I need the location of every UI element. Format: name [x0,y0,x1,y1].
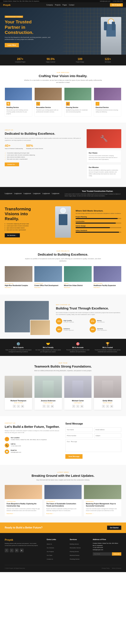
about-stat-years-num: 40+ [5,144,23,148]
footer-services-col: Services Building Service Renovation Ser… [70,538,89,561]
services-title: Crafting Your Vision into Reality. [5,74,121,78]
project-link-highrise[interactable]: Read More → [5,287,32,288]
metric-money-sub: Cost effective [97,321,105,323]
team-socials-jessica: f t in [36,405,60,408]
social-li-michael[interactable]: in [80,405,84,408]
nav-link-company[interactable]: Company [46,4,53,6]
blog-body-1: Construction From Blueprint to Reality: … [5,499,42,516]
footer-subscribe-button[interactable]: Subscribe [112,552,121,556]
blog-card-2[interactable]: Sustainability The Future of Sustainable… [44,485,82,516]
social-li-jessica[interactable]: in [51,405,54,408]
service-desc-electrical: Professional electrical services ensurin… [96,109,119,113]
stat-completed-number: 287+ [15,58,25,61]
mission-text: We are committed to delivering superior … [89,169,119,177]
topbar-address: Creative District, Global Tour 36e, 900 … [3,0,39,2]
social-tw-emily[interactable]: t [106,405,109,408]
blog-more-2[interactable]: Read More → [46,513,80,514]
blog-section: Latest News Breaking Ground with the Lat… [0,465,126,522]
footer-privacy-link[interactable]: Privacy Policy [102,568,110,569]
contact-email-text: hello@proyek.com [11,451,21,453]
nav-link-projects[interactable]: Projects [55,4,60,6]
form-name-input[interactable] [65,428,93,432]
projects-section: Our Projects Dedicated to Building Excel… [0,244,126,294]
service-card-flooring[interactable]: 🪵 Flooring Service Quality flooring solu… [64,88,92,116]
project-name-highrise: High-Rise Residential Complex [5,285,32,286]
footer-services-list: Building Service Renovation Service Floo… [70,542,89,560]
social-tw-michael[interactable]: t [76,405,79,408]
services-description: Whether it's a new build or a renovation… [24,79,102,84]
nav-link-contact[interactable]: Contact [69,4,74,6]
nav-cta-button[interactable]: Get A Quote [110,3,123,6]
cta-list-2: Lorem ipsum dolor sit amet consectetur [5,225,50,227]
stat-awards-label: Win Award [105,61,111,63]
skill-planning: Project Planning [76,216,121,219]
nav-link-pages[interactable]: Pages [62,4,67,6]
project-card-healthcare[interactable]: Healthcare Healthcare Facility Expansion… [94,266,121,288]
social-li-richard[interactable]: in [21,405,24,408]
hero-cta-button[interactable]: Learn More [5,43,19,47]
vision-text: To be the most trusted construction comp… [89,155,119,160]
social-tw-jessica[interactable]: t [47,405,50,408]
cta-worker [55,206,71,238]
footer-cta-button[interactable]: Get Started [107,526,121,530]
skill-design-bar [76,227,121,228]
blog-card-1[interactable]: Construction From Blueprint to Reality: … [5,485,42,516]
topbar-email: hello@proyek.com [100,0,110,2]
form-email-input[interactable] [94,428,121,432]
services-subtitle: Our Services [5,72,121,73]
footer-service-flooring: Flooring Service [70,550,89,553]
whyus-metrics: 97% High Quality Premium materials 87% M… [56,318,121,332]
blog-title-3: Mastering Project Management: Keys to Su… [86,503,119,507]
about-cta-button[interactable]: Contact Us → [5,162,19,166]
service-card-electrical[interactable]: ⚡ Electrical Service Professional electr… [94,88,121,116]
skill-planning-bar [76,218,121,219]
footer-social-tw[interactable]: t [10,548,14,552]
team-body-jessica: Jessica Anderson Project Manager f t in [34,398,62,410]
social-li-emily[interactable]: in [110,405,113,408]
project-link-healthcare[interactable]: Read More → [94,287,121,288]
cta-title: Transforming Visions into Reality. [5,206,50,221]
worker-head [60,208,66,213]
project-card-office[interactable]: Commercial Crown Office Park Development… [34,266,62,288]
footer-social-ig[interactable]: in [15,548,19,552]
form-phone-input[interactable] [65,434,93,438]
contact-phone-label: Call Us [11,443,21,445]
footer-terms-link[interactable]: Terms of Service [112,568,121,569]
project-tag-urban: Urban [64,283,92,284]
mission-title: Our Mission [89,166,119,168]
nav-logo-suffix: yek [7,4,10,6]
projects-grid: Residential High-Rise Residential Comple… [5,266,121,288]
stat-project-design: 189 Project Design [76,58,84,63]
cta-services-button[interactable]: Go Services → [5,233,20,238]
cta-list-1: Consectetur adipiscing elit semper dalar [5,223,50,225]
project-link-urban[interactable]: Read More → [64,287,92,288]
blog-img-1 [5,485,42,499]
form-submit-button[interactable]: Send Message [65,454,83,459]
project-link-office[interactable]: Read More → [34,287,62,288]
team-socials-richard: f t in [7,405,30,408]
footer-social-fb[interactable]: f [5,548,9,552]
cta-yellow-section: Transforming Visions into Reality. Conse… [0,200,126,244]
form-row-name-email [65,428,121,432]
metric-services: 95% Services Client satisfaction [90,326,121,332]
blog-more-3[interactable]: Read More → [86,513,119,514]
blog-card-3[interactable]: Management Mastering Project Management:… [84,485,121,516]
footer-subscribe-input[interactable] [93,552,112,556]
social-fb-jessica[interactable]: f [42,405,46,408]
social-fb-michael[interactable]: f [72,405,75,408]
project-card-highrise[interactable]: Residential High-Rise Residential Comple… [5,266,32,288]
form-message-textarea[interactable] [65,440,121,452]
social-tw-richard[interactable]: t [17,405,20,408]
partner-logo-3: Logipsum [24,193,31,194]
location-icon: 📍 [5,437,9,441]
team-img-emily [94,376,121,398]
blog-more-1[interactable]: Read More → [7,513,40,514]
service-card-renovation[interactable]: 🔨 Renovation Service Transform your exis… [34,88,62,116]
project-card-urban[interactable]: Urban Mixed-Use Urban District Read More… [64,266,92,288]
service-card-building[interactable]: 🏗 Building Service We provide top-notch … [5,88,32,116]
footer-about-col: Proyek Building dreams with precision an… [5,538,43,561]
social-fb-emily[interactable]: f [102,405,105,408]
social-fb-richard[interactable]: f [13,405,16,408]
footer-social-yt[interactable]: ▶ [20,548,24,552]
form-subject-input[interactable] [94,434,121,438]
